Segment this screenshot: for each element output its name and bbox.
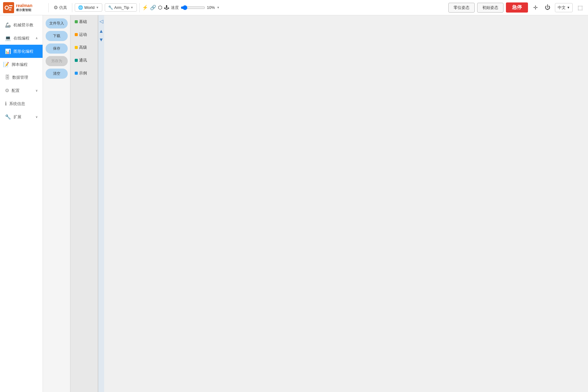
sidebar: 🦾 机械臂示教 💻 在线编程 ∧ 📊 图形化编程 📝 脚本编程 🗄 数据管理 ⚙… xyxy=(0,15,43,392)
chevron-down-lang: ▼ xyxy=(567,6,570,9)
info-icon: ℹ xyxy=(5,101,7,107)
coord-dropdown[interactable]: 🌐 World ▼ xyxy=(75,3,102,12)
category-panel: 基础 运动 高级 通讯 示例 xyxy=(70,15,98,392)
chevron-down-extend: ∨ xyxy=(36,115,38,119)
import-btn[interactable]: 文件导入 xyxy=(46,18,68,28)
logo-text: realman 睿尔曼智能 xyxy=(16,3,32,12)
cat-basic[interactable]: 基础 xyxy=(70,15,98,28)
logo: realman 睿尔曼智能 xyxy=(3,2,46,13)
expand-right-icon[interactable]: ▲ xyxy=(99,28,104,34)
cube-icon: ⬡ xyxy=(158,5,162,10)
coord-icon: 🌐 xyxy=(78,5,83,10)
cat-comms[interactable]: 通讯 xyxy=(70,54,98,67)
panel-area: 文件导入 下载 保存 另存为 清空 基础 运动 高级 通讯 xyxy=(43,15,104,392)
speed-label: 速度 xyxy=(171,5,179,10)
collapse-right-icon[interactable]: ◁ xyxy=(100,18,103,24)
svg-point-2 xyxy=(6,6,8,9)
divider xyxy=(48,3,49,12)
sidebar-item-teach[interactable]: 🦾 机械臂示教 xyxy=(0,18,43,32)
io-icon: ⚡ xyxy=(142,5,148,10)
sidebar-item-script[interactable]: 📝 脚本编程 xyxy=(0,58,43,71)
cat-dot-example xyxy=(75,72,78,75)
chevron-down-icon2: ▼ xyxy=(130,6,134,9)
logo-image xyxy=(3,2,14,13)
svg-rect-5 xyxy=(9,9,11,10)
language-btn[interactable]: 中文 ▼ xyxy=(555,3,573,12)
main-layout: 🦾 机械臂示教 💻 在线编程 ∧ 📊 图形化编程 📝 脚本编程 🗄 数据管理 ⚙… xyxy=(0,15,588,392)
sim-mode-btn[interactable]: ⚙ 仿真 xyxy=(51,3,70,12)
clear-btn[interactable]: 清空 xyxy=(46,69,68,79)
sidebar-item-graphic[interactable]: 📊 图形化编程 xyxy=(0,45,43,58)
shrink-right-icon[interactable]: ▼ xyxy=(99,37,104,43)
saveas-btn[interactable]: 另存为 xyxy=(46,56,68,66)
power-btn[interactable]: ⏻ xyxy=(543,3,552,13)
svg-rect-4 xyxy=(9,7,12,8)
cat-example[interactable]: 示例 xyxy=(70,67,98,80)
cat-advanced[interactable]: 高级 xyxy=(70,41,98,54)
online-icon: 💻 xyxy=(5,35,11,41)
emergency-stop-btn[interactable]: 急停 xyxy=(506,2,528,13)
chevron-up-icon: ∧ xyxy=(36,36,38,40)
divider3 xyxy=(139,3,140,12)
link-icon: 🔗 xyxy=(150,5,156,10)
chevron-down-config: ∨ xyxy=(36,89,38,92)
cat-motion[interactable]: 运动 xyxy=(70,28,98,41)
action-panel: 文件导入 下载 保存 另存为 清空 xyxy=(43,15,70,392)
extend-icon: 🔧 xyxy=(5,114,11,120)
topbar: realman 睿尔曼智能 ⚙ 仿真 🌐 World ▼ 🔧 Arm_Tip ▼… xyxy=(0,0,588,15)
right-panel: ◁ ▲ ▼ xyxy=(98,15,104,392)
svg-rect-3 xyxy=(9,5,13,6)
init-pose-btn[interactable]: 初始姿态 xyxy=(477,3,503,13)
script-icon: 📝 xyxy=(3,62,9,67)
cat-dot-comms xyxy=(75,59,78,62)
config-icon: ⚙ xyxy=(5,88,9,93)
sidebar-item-online[interactable]: 💻 在线编程 ∧ xyxy=(0,32,43,45)
sim-icon: ⚙ xyxy=(54,5,58,10)
tool-icon: 🔧 xyxy=(108,5,113,10)
cat-dot-motion xyxy=(75,33,78,36)
cat-dot-advanced xyxy=(75,46,78,49)
chevron-down-speed[interactable]: ▼ xyxy=(217,6,220,9)
lang-label: 中文 xyxy=(558,5,566,10)
speed-slider[interactable] xyxy=(181,5,205,10)
speed-value: 10% xyxy=(207,5,215,10)
teach-icon: 🦾 xyxy=(5,22,11,28)
logout-btn[interactable]: ⬚ xyxy=(575,3,585,13)
chevron-down-icon: ▼ xyxy=(96,6,99,9)
sidebar-item-config[interactable]: ⚙ 配置 ∨ xyxy=(0,84,43,97)
tool-dropdown[interactable]: 🔧 Arm_Tip ▼ xyxy=(105,3,137,12)
save-btn[interactable]: 保存 xyxy=(46,43,68,54)
graphic-icon: 📊 xyxy=(5,48,11,54)
speed-section: ⚡ 🔗 ⬡ 🕹 速度 10% ▼ xyxy=(142,5,220,10)
data-icon: 🗄 xyxy=(5,75,10,80)
zero-pose-btn[interactable]: 零位姿态 xyxy=(448,3,475,13)
sidebar-item-sysinfo[interactable]: ℹ 系统信息 xyxy=(0,97,43,110)
joystick-icon: 🕹 xyxy=(164,5,169,10)
download-btn[interactable]: 下载 xyxy=(46,31,68,41)
sidebar-item-data[interactable]: 🗄 数据管理 xyxy=(0,71,43,84)
sidebar-item-extend[interactable]: 🔧 扩展 ∨ xyxy=(0,110,43,123)
crosshair-btn[interactable]: ✛ xyxy=(530,3,540,13)
cat-dot-basic xyxy=(75,20,78,23)
divider2 xyxy=(72,3,72,12)
